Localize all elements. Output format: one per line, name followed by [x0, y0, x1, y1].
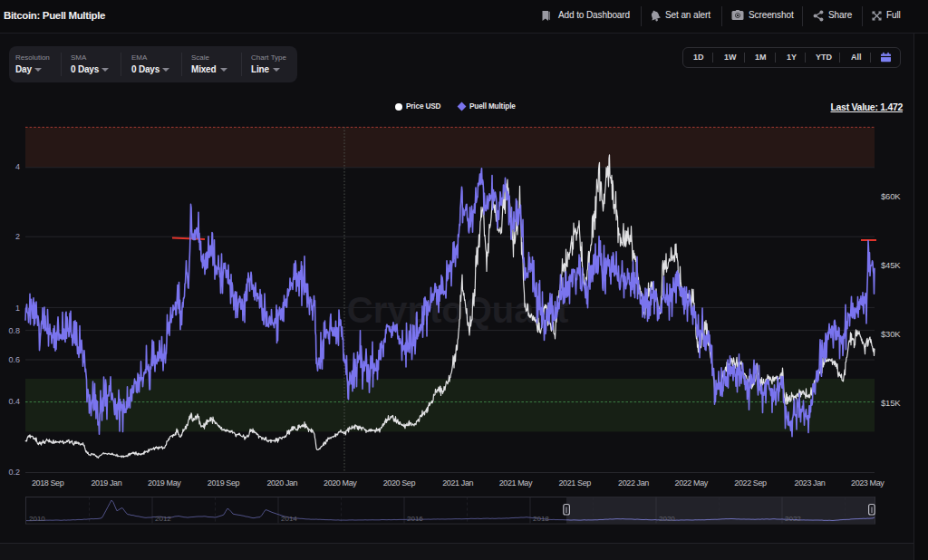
svg-text:2018 Sep: 2018 Sep: [32, 478, 64, 488]
svg-text:0.4: 0.4: [8, 397, 20, 406]
svg-text:2018: 2018: [533, 515, 549, 523]
svg-text:2020 Jan: 2020 Jan: [266, 478, 297, 488]
svg-text:2016: 2016: [407, 515, 423, 523]
svg-text:2012: 2012: [155, 515, 171, 523]
svg-text:2022 Sep: 2022 Sep: [734, 478, 767, 488]
svg-text:2019 Sep: 2019 Sep: [208, 478, 240, 488]
svg-text:2: 2: [15, 232, 20, 241]
svg-text:2019 Jan: 2019 Jan: [91, 478, 121, 488]
svg-text:0.6: 0.6: [8, 355, 20, 364]
svg-text:2021 Jan: 2021 Jan: [442, 478, 473, 488]
svg-text:2014: 2014: [281, 515, 297, 523]
svg-text:2022: 2022: [785, 515, 801, 523]
svg-text:$45K: $45K: [881, 260, 901, 270]
svg-text:0.8: 0.8: [8, 326, 20, 335]
svg-text:2022 May: 2022 May: [675, 478, 709, 488]
svg-text:2023 Jan: 2023 Jan: [795, 478, 826, 488]
svg-text:4: 4: [15, 162, 20, 171]
svg-text:2010: 2010: [29, 515, 45, 523]
svg-text:2023 May: 2023 May: [851, 478, 884, 488]
svg-text:2021 Sep: 2021 Sep: [559, 478, 592, 488]
svg-text:2021 May: 2021 May: [499, 478, 533, 488]
svg-text:2020: 2020: [659, 515, 675, 523]
svg-text:$60K: $60K: [881, 191, 901, 201]
svg-text:2020 May: 2020 May: [324, 478, 357, 488]
svg-text:$15K: $15K: [881, 398, 901, 408]
svg-text:2022 Jan: 2022 Jan: [618, 478, 649, 488]
svg-text:$30K: $30K: [881, 329, 901, 339]
svg-text:2020 Sep: 2020 Sep: [383, 478, 416, 488]
svg-text:2019 May: 2019 May: [148, 478, 181, 488]
svg-text:1: 1: [15, 304, 20, 313]
svg-text:0.2: 0.2: [8, 468, 20, 477]
